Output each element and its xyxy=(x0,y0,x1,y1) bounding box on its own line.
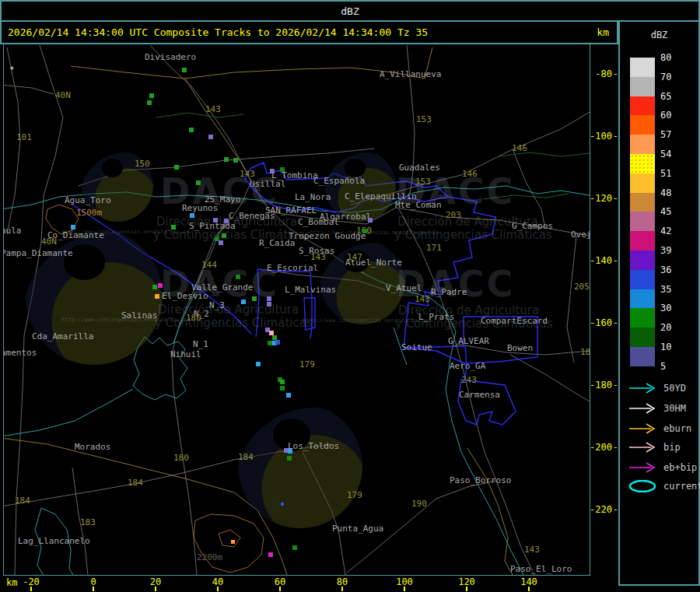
colorbar-cell-57 xyxy=(630,135,655,154)
y-tick-mark: - xyxy=(613,131,618,141)
colorbar-cell-54 xyxy=(630,154,655,173)
colorbar-label: 51 xyxy=(660,169,671,178)
colorbar-cell-60 xyxy=(630,115,655,135)
colorbar-cell-35 xyxy=(630,289,655,309)
legend-item-50YD: 50YD xyxy=(628,382,686,394)
x-tick-label-0: 0 xyxy=(90,576,96,587)
colorbar-title: dBZ xyxy=(620,30,698,40)
colorbar-label: 39 xyxy=(660,246,671,255)
x-tick-label-100: 100 xyxy=(396,576,413,587)
colorbar-label: 45 xyxy=(660,207,671,216)
x-tick-mark xyxy=(528,587,530,591)
current-ellipse-icon xyxy=(628,480,659,492)
y-tick--180: -180- xyxy=(589,380,618,390)
x-tick-mark xyxy=(155,587,156,591)
map-geography xyxy=(4,44,590,575)
legend-item-30HM: 30HM xyxy=(628,402,686,415)
y-tick-label: -160 xyxy=(589,318,612,328)
timestamp-text: 2026/02/14 14:34:00 UTC Composite Tracks… xyxy=(2,26,597,38)
eb+bip-arrow-icon xyxy=(628,461,659,474)
colorbar-cell-20 xyxy=(630,328,655,347)
y-tick-label: -140 xyxy=(589,256,612,265)
y-tick-mark: - xyxy=(613,380,618,390)
track-boundaries xyxy=(72,163,537,425)
y-tick--80: -80- xyxy=(589,69,618,79)
colorbar-label: 10 xyxy=(660,342,671,352)
colorbar-label: 54 xyxy=(660,149,671,159)
colorbar-label: 57 xyxy=(660,130,671,139)
y-tick--100: -100- xyxy=(589,131,618,141)
radar-app: dBZ 2026/02/14 14:34:00 UTC Composite Tr… xyxy=(0,0,700,592)
radar-map[interactable]: DACCDACCDACCDACCDirección de Agricultura… xyxy=(3,44,590,576)
y-tick--220: -220- xyxy=(589,505,618,514)
x-tick-label-140: 140 xyxy=(520,576,537,587)
eburn-arrow-icon xyxy=(628,422,659,435)
colorbar-label: 36 xyxy=(660,265,671,275)
y-tick-label: -180 xyxy=(589,380,612,390)
x-tick-mark xyxy=(466,587,467,591)
legend-item-current: current xyxy=(628,480,700,492)
x-tick-mark xyxy=(30,587,32,591)
legend-label: eb+bip xyxy=(663,462,697,473)
y-tick-label: -200 xyxy=(589,443,612,452)
x-tick-mark xyxy=(341,587,343,591)
y-tick--120: -120- xyxy=(589,194,618,203)
colorbar-cell-45 xyxy=(630,212,655,231)
y-tick-label: -80 xyxy=(589,69,612,79)
y-tick-mark: - xyxy=(613,256,618,265)
colorbar-label: 30 xyxy=(660,303,671,313)
legend-item-eburn: eburn xyxy=(628,422,691,435)
y-tick--200: -200- xyxy=(589,443,618,452)
page-title: dBZ xyxy=(341,5,359,17)
colorbar-cell-39 xyxy=(630,250,655,270)
roads-gray xyxy=(4,45,590,575)
colorbar-cell-65 xyxy=(630,96,655,116)
y-tick-label: -220 xyxy=(589,505,612,514)
x-tick-label-20: 20 xyxy=(150,576,161,587)
title-bar: dBZ xyxy=(0,0,700,22)
colorbar-cell-48 xyxy=(630,193,655,212)
colorbar-cell-80 xyxy=(630,58,655,77)
colorbar-cell-36 xyxy=(630,270,655,289)
legend-label: 50YD xyxy=(663,383,686,394)
colorbar-cell-42 xyxy=(630,231,655,250)
colorbar-label: 5 xyxy=(660,362,666,371)
colorbar-cell-10 xyxy=(630,347,655,366)
colorbar-panel: dBZ 807065605754514845423936353020105 50… xyxy=(618,20,700,586)
y-tick-label: -100 xyxy=(589,131,612,141)
x-tick-label-80: 80 xyxy=(337,576,348,587)
legend-label: 30HM xyxy=(663,403,686,414)
legend-item-eb+bip: eb+bip xyxy=(628,461,697,474)
colorbar-label: 20 xyxy=(660,323,671,332)
y-tick-mark: - xyxy=(613,69,618,79)
x-tick-label-40: 40 xyxy=(212,576,223,587)
colorbar-label: 35 xyxy=(660,285,671,294)
legend-label: eburn xyxy=(663,423,691,434)
colorbar-cells xyxy=(630,58,655,366)
colorbar-cell-30 xyxy=(630,308,655,328)
y-axis: -80--100--120--140--160--180--200--220- xyxy=(589,44,618,574)
bip-arrow-icon xyxy=(628,441,659,454)
colorbar-label: 65 xyxy=(660,92,671,101)
y-tick--160: -160- xyxy=(589,318,618,328)
y-tick-mark: - xyxy=(613,505,618,514)
y-tick-label: -120 xyxy=(589,194,612,203)
x-tick-mark xyxy=(217,587,219,591)
legend-label: current xyxy=(663,481,700,492)
x-tick-label-120: 120 xyxy=(458,576,475,587)
legend-item-bip: bip xyxy=(628,441,681,454)
legend-label: bip xyxy=(663,442,681,453)
km-unit-label: km xyxy=(597,26,617,38)
x-tick-label-60: 60 xyxy=(275,576,285,587)
colorbar-label: 60 xyxy=(660,110,671,120)
x-axis: km -20020406080100120140 xyxy=(0,574,618,592)
x-tick-mark xyxy=(279,587,281,591)
x-axis-unit: km xyxy=(6,577,17,588)
colorbar-cell-51 xyxy=(630,173,655,193)
colorbar-label: 42 xyxy=(660,226,671,236)
y-tick-mark: - xyxy=(613,194,618,203)
header-bar: 2026/02/14 14:34:00 UTC Composite Tracks… xyxy=(0,20,618,44)
colorbar-label: 48 xyxy=(660,188,671,198)
colorbar-label: 80 xyxy=(660,53,671,62)
x-tick-mark xyxy=(93,587,94,591)
